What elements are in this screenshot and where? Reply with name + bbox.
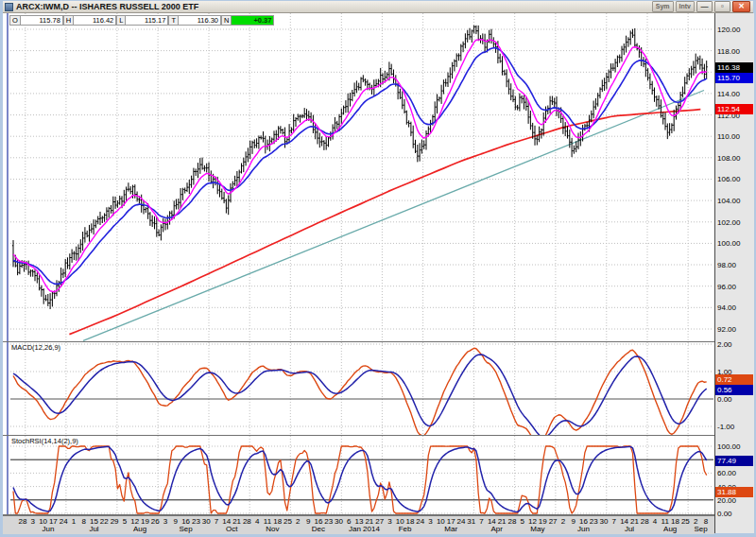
date-tick: 3: [163, 517, 167, 526]
macd-chart-canvas[interactable]: [3, 342, 714, 435]
date-tick: 30: [335, 517, 343, 526]
macd-axis-tick: 0.00: [717, 395, 732, 404]
macd-label: MACD(12,26,9): [11, 343, 60, 352]
month-label: Nov: [266, 525, 279, 533]
date-tick: 7: [215, 517, 218, 526]
month-label: Sep: [694, 525, 707, 533]
price-axis-tick: 118.00: [717, 47, 740, 56]
month-label: Jun: [43, 525, 55, 533]
date-tick: 25: [284, 517, 292, 526]
stochrsi-axis-tick: 20.00: [717, 496, 736, 505]
date-tick: 29: [111, 517, 119, 526]
quote-label-o: O: [9, 15, 20, 26]
month-label: Mar: [444, 525, 457, 533]
stochrsi-axis-tick: 60.00: [717, 469, 736, 477]
stochrsi-axis-tick: 100.00: [717, 442, 740, 451]
restore-button[interactable]: ▫: [714, 1, 730, 12]
date-tick: 24: [416, 517, 424, 526]
minimize-button[interactable]: —: [696, 1, 713, 12]
quote-label-t: T: [168, 15, 178, 26]
date-tick: 7: [479, 517, 483, 526]
date-tick: 4: [653, 517, 657, 526]
price-chart-canvas[interactable]: [3, 13, 714, 341]
close-button[interactable]: ✕: [732, 1, 750, 12]
stochrsi-chart-canvas[interactable]: [3, 436, 714, 514]
price-axis[interactable]: 120.00118.00116.00114.00112.00110.00108.…: [714, 13, 754, 533]
date-tick: 22: [100, 517, 109, 526]
date-tick: 30: [202, 517, 211, 526]
date-tick: 23: [590, 517, 598, 526]
title-bar[interactable]: ARCX:IWM,D -- ISHARES RUSSELL 2000 ETF S…: [3, 1, 753, 13]
quote-value-l: 115.17: [125, 15, 168, 26]
price-axis-tick: 96.00: [717, 283, 736, 291]
stochrsi-axis-tick: 0.00: [717, 510, 732, 518]
date-tick: 3: [387, 517, 391, 526]
stochrsi-label: StochRSI(14,14(2),9): [11, 437, 78, 445]
month-label: Jul: [89, 525, 98, 533]
sym-button[interactable]: Sym: [652, 1, 674, 12]
macd-axis-tick: 2.00: [717, 340, 732, 349]
date-tick: 28: [19, 517, 27, 526]
window-title: ARCX:IWM,D -- ISHARES RUSSELL 2000 ETF: [16, 2, 198, 11]
date-tick: 28: [641, 517, 649, 526]
date-tick: 30: [600, 517, 609, 526]
last-price-badge: 116.38: [715, 62, 753, 73]
price-axis-tick: 114.00: [717, 90, 740, 98]
date-tick: 1: [72, 517, 76, 526]
date-tick: 5: [123, 517, 127, 526]
date-tick: 9: [306, 517, 310, 526]
month-label: Aug: [133, 525, 146, 533]
price-panel: O115.78H116.42L115.17T116.30N+0.37: [3, 13, 715, 342]
date-axis[interactable]: 283101724Jun18152229Jul5121926Aug3916233…: [3, 515, 714, 534]
quote-value-h: 116.42: [73, 15, 116, 26]
chart-window-icon: [5, 3, 13, 11]
price-axis-tick: 100.00: [717, 239, 740, 248]
date-tick: 28: [243, 517, 251, 526]
date-tick: 2: [296, 517, 300, 526]
price-axis-tick: 92.00: [717, 325, 736, 334]
month-label: Jun: [577, 525, 590, 533]
macd-axis-tick: -1.00: [717, 423, 734, 431]
price-axis-tick: 108.00: [717, 154, 740, 163]
ema-slow-badge: 115.70: [715, 73, 753, 83]
month-label: Dec: [312, 525, 325, 533]
month-label: Oct: [226, 525, 237, 533]
date-tick: 27: [549, 517, 558, 526]
stochrsi-slow-badge: 77.49: [715, 456, 753, 466]
month-label: Sep: [180, 525, 193, 533]
date-tick: 23: [192, 517, 200, 526]
month-label: Jul: [625, 525, 634, 533]
signal-value-badge: 0.56: [715, 385, 753, 395]
month-label: Aug: [663, 525, 677, 533]
date-tick: 3: [428, 517, 432, 526]
quote-value-t: 116.30: [178, 15, 221, 26]
ma200-badge: 112.54: [715, 104, 753, 114]
month-label: Feb: [399, 525, 412, 533]
quote-label-l: L: [116, 15, 125, 26]
quote-value-o: 115.78: [20, 15, 63, 26]
price-axis-tick: 110.00: [717, 132, 740, 141]
month-label: Apr: [491, 525, 503, 533]
date-tick: 23: [324, 517, 333, 526]
quote-label-h: H: [63, 15, 73, 26]
price-axis-tick: 106.00: [717, 175, 740, 183]
date-tick: 3: [31, 517, 35, 526]
date-tick: 28: [507, 517, 516, 526]
price-axis-tick: 104.00: [717, 197, 740, 205]
stochrsi-panel: StochRSI(14,14(2),9): [3, 436, 715, 515]
date-tick: 7: [612, 517, 616, 526]
quote-value-n: +0.37: [231, 15, 274, 26]
intv-button[interactable]: Intv: [676, 1, 695, 12]
date-tick: 9: [571, 517, 575, 526]
price-axis-tick: 94.00: [717, 303, 736, 312]
date-tick: 8: [82, 517, 86, 526]
price-axis-tick: 98.00: [717, 261, 736, 269]
date-tick: 25: [681, 517, 690, 526]
date-tick: 2: [561, 517, 565, 526]
month-label: Jan 2014: [349, 525, 380, 533]
date-tick: 26: [151, 517, 160, 526]
macd-panel: MACD(12,26,9): [3, 342, 715, 436]
date-tick: 9: [174, 517, 178, 526]
macd-value-badge: 0.72: [715, 374, 753, 385]
date-tick: 4: [255, 517, 259, 526]
